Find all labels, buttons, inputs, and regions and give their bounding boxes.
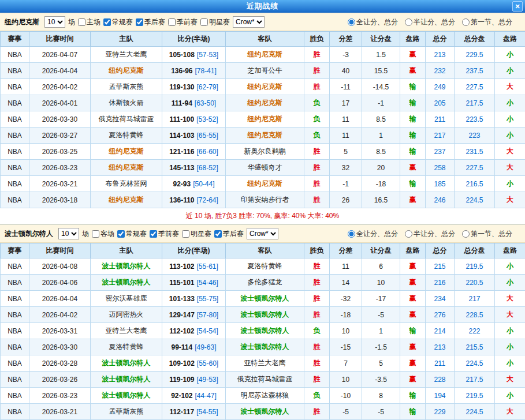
close-icon[interactable]: ✕ xyxy=(512,1,523,12)
score-cell: 99-114[49-63] xyxy=(162,339,226,355)
handicap-line-cell: -5 xyxy=(362,307,400,323)
score-cell: 145-113[68-52] xyxy=(162,160,226,176)
checkbox-input[interactable] xyxy=(103,18,111,26)
away-team-cell: 纽约尼克斯 xyxy=(226,176,304,192)
stat-mode-radio-group: 全让分、总分半让分、总分第一节、总分 xyxy=(348,17,520,27)
game-row: NBA2026-03-21孟菲斯灰熊112-117[54-55]波士顿凯尔特人胜… xyxy=(1,404,525,420)
summary-row: 近 10 场, 胜7负3 胜率: 70%, 赢率: 40% 大率: 40% xyxy=(0,208,525,224)
total-line-cell: 217 xyxy=(455,291,495,307)
radio-input[interactable] xyxy=(462,18,470,26)
score-cell: 136-110[72-64] xyxy=(162,192,226,208)
stat-mode-radio-2[interactable]: 第一节、总分 xyxy=(462,229,512,239)
point-diff-cell: -15 xyxy=(330,339,362,355)
date-cell: 2026-04-06 xyxy=(29,275,91,291)
handicap-result-cell: 输 xyxy=(400,79,426,95)
result-cell: 胜 xyxy=(304,339,330,355)
checkbox-input[interactable] xyxy=(200,18,208,26)
point-diff-cell: -18 xyxy=(330,307,362,323)
filter-checkbox-1[interactable]: 常规赛 xyxy=(103,17,133,27)
full-score: 145-113 xyxy=(169,164,194,172)
league-cell: NBA xyxy=(1,176,29,192)
stat-mode-radio-0[interactable]: 全让分、总分 xyxy=(348,229,398,239)
handicap-result-cell: 输 xyxy=(400,404,426,420)
full-score: 112-117 xyxy=(169,408,194,416)
company-select[interactable]: Crow* xyxy=(233,16,265,28)
filter-checkbox-0[interactable]: 客场 xyxy=(92,229,114,239)
result-cell: 胜 xyxy=(304,79,330,95)
checkbox-input[interactable] xyxy=(78,18,85,26)
away-team-cell: 俄克拉荷马城雷霆 xyxy=(226,372,304,388)
checkbox-input[interactable] xyxy=(214,230,222,238)
stat-mode-radio-1[interactable]: 半让分、总分 xyxy=(405,229,455,239)
radio-input[interactable] xyxy=(462,230,470,238)
checkbox-input[interactable] xyxy=(136,18,143,26)
filter-checkbox-3[interactable]: 季前赛 xyxy=(168,17,198,27)
league-cell: NBA xyxy=(1,404,29,420)
full-score: 119-130 xyxy=(169,83,194,91)
handicap-result-cell: 输 xyxy=(400,111,426,127)
over-under-cell: 小 xyxy=(495,176,525,192)
filter-checkbox-4[interactable]: 季后赛 xyxy=(214,229,244,239)
game-row: NBA2026-03-21布鲁克林篮网92-93[50-44]纽约尼克斯胜-1-… xyxy=(1,176,525,192)
point-diff-cell: 14 xyxy=(330,275,362,291)
total-line-cell: 237.5 xyxy=(455,63,495,79)
handicap-line-cell: 10 xyxy=(362,275,400,291)
away-team-cell: 纽约尼克斯 xyxy=(226,127,304,144)
radio-label: 半让分、总分 xyxy=(414,229,455,239)
total-line-cell: 224.5 xyxy=(455,355,495,372)
filter-checkbox-2[interactable]: 季后赛 xyxy=(136,17,165,27)
handicap-result-cell: 赢 xyxy=(400,307,426,323)
game-row: NBA2026-03-23纽约尼克斯145-113[68-52]华盛顿奇才胜32… xyxy=(1,160,525,176)
column-header: 让分盘 xyxy=(362,243,400,258)
checkbox-input[interactable] xyxy=(150,230,157,238)
stat-mode-radio-1[interactable]: 半让分、总分 xyxy=(405,17,455,27)
games-count-select[interactable]: 10 xyxy=(58,228,79,239)
filter-checkbox-1[interactable]: 常规赛 xyxy=(117,229,147,239)
radio-input[interactable] xyxy=(405,18,412,26)
checkbox-input[interactable] xyxy=(117,230,125,238)
checkbox-input[interactable] xyxy=(182,230,189,238)
handicap-result-cell: 赢 xyxy=(400,355,426,372)
home-team-cell: 迈阿密热火 xyxy=(91,307,162,323)
score-cell: 121-116[66-60] xyxy=(162,144,226,160)
games-count-select[interactable]: 10 xyxy=(44,16,65,28)
filter-checkbox-2[interactable]: 季前赛 xyxy=(150,229,179,239)
league-cell: NBA xyxy=(1,160,29,176)
checkbox-input[interactable] xyxy=(168,18,176,26)
stat-mode-radio-2[interactable]: 第一节、总分 xyxy=(462,17,512,27)
checkbox-label: 季后赛 xyxy=(144,17,165,27)
home-team-cell: 布鲁克林篮网 xyxy=(91,176,162,192)
total-line-cell: 216.5 xyxy=(455,176,495,192)
date-cell: 2026-03-21 xyxy=(29,404,91,420)
filter-checkbox-4[interactable]: 明星赛 xyxy=(200,17,230,27)
away-team-cell: 波士顿凯尔特人 xyxy=(226,339,304,355)
stat-mode-radio-0[interactable]: 全让分、总分 xyxy=(348,17,398,27)
result-cell: 胜 xyxy=(304,258,330,275)
game-row: NBA2026-03-28波士顿凯尔特人109-102[55-60]亚特兰大老鹰… xyxy=(1,355,525,372)
column-header: 主队 xyxy=(91,32,162,47)
full-score: 92-102 xyxy=(171,392,192,400)
game-row: NBA2026-03-31亚特兰大老鹰112-102[54-54]波士顿凯尔特人… xyxy=(1,323,525,339)
radio-input[interactable] xyxy=(405,230,412,238)
games-table: 赛事比赛时间主队比分(半场)客队胜负分差让分盘盘路总分总分盘盘路NBA2026-… xyxy=(0,31,525,208)
result-cell: 胜 xyxy=(304,291,330,307)
total-line-cell: 219.5 xyxy=(455,258,495,275)
point-diff-cell: 17 xyxy=(330,95,362,111)
handicap-line-cell: 16.5 xyxy=(362,192,400,208)
games-count-suffix: 场 xyxy=(82,229,89,239)
result-cell: 胜 xyxy=(304,192,330,208)
radio-input[interactable] xyxy=(348,18,355,26)
radio-label: 全让分、总分 xyxy=(356,229,398,239)
radio-input[interactable] xyxy=(348,230,355,238)
half-score: [50-44] xyxy=(193,180,214,188)
home-team-cell: 纽约尼克斯 xyxy=(91,192,162,208)
checkbox-label: 明星赛 xyxy=(209,17,230,27)
handicap-line-cell: -5 xyxy=(362,404,400,420)
company-select[interactable]: Crow* xyxy=(247,228,278,239)
filter-checkbox-0[interactable]: 主场 xyxy=(78,17,100,27)
away-team-cell: 新奥尔良鹈鹕 xyxy=(226,144,304,160)
filter-checkbox-3[interactable]: 明星赛 xyxy=(182,229,211,239)
total-points-cell: 276 xyxy=(426,307,455,323)
checkbox-input[interactable] xyxy=(92,230,99,238)
team-name: 波士顿凯尔特人 xyxy=(5,229,53,239)
